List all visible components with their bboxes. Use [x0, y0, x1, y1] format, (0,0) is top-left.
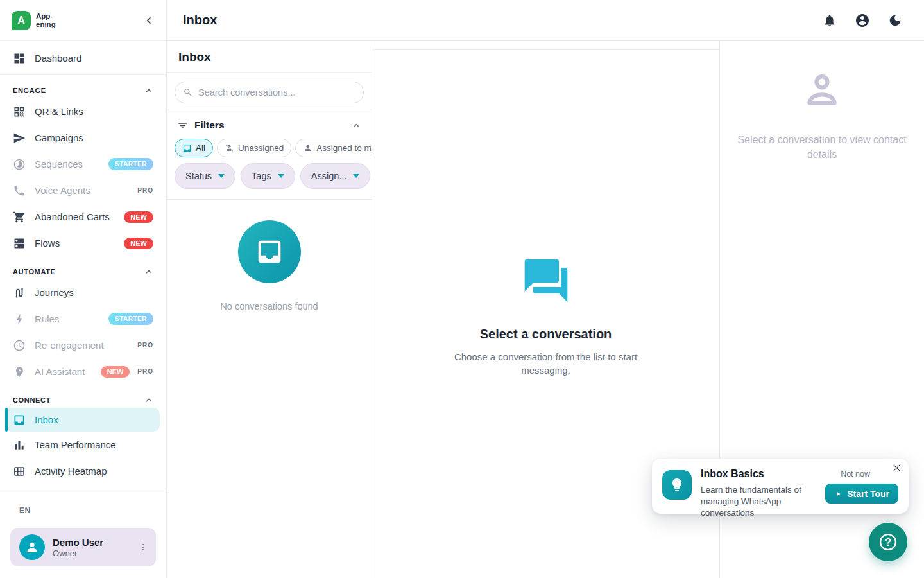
- sidebar-item-journeys[interactable]: Journeys: [0, 279, 166, 306]
- inbox-icon: [182, 143, 192, 153]
- flows-icon: [13, 237, 26, 250]
- sidebar-item-qr-links[interactable]: QR & Links: [0, 98, 166, 125]
- sidebar-item-label: Team Performance: [35, 439, 116, 450]
- topbar: Inbox: [167, 0, 924, 41]
- dashboard-icon: [13, 52, 26, 65]
- sidebar-item-label: Activity Heatmap: [35, 466, 107, 477]
- filter-chip-all[interactable]: All: [175, 139, 213, 157]
- forum-chat-icon: [520, 255, 572, 306]
- sidebar-footer: EN Demo User Owner: [0, 489, 166, 578]
- topbar-actions: [823, 13, 902, 28]
- search-input[interactable]: [198, 87, 355, 98]
- filter-chip-assigned-to-me[interactable]: Assigned to me: [295, 139, 384, 157]
- user-name: Demo User: [53, 537, 103, 548]
- page-title: Inbox: [183, 13, 217, 28]
- cart-icon: [13, 211, 26, 223]
- sidebar: A App- ening Dashboard ENGAGE QR & Links: [0, 0, 167, 578]
- chevron-up-icon: [352, 121, 361, 130]
- chat-empty-title: Select a conversation: [480, 327, 612, 342]
- caret-down-icon: [218, 174, 225, 178]
- filter-dropdowns: Status Tags Assign...: [175, 163, 364, 189]
- svg-text:?: ?: [885, 536, 891, 548]
- user-card[interactable]: Demo User Owner: [10, 528, 156, 566]
- sidebar-item-rules[interactable]: Rules STARTER: [0, 306, 166, 332]
- chat-empty-subtitle: Choose a conversation from the list to s…: [450, 350, 642, 378]
- contact-empty-text: Select a conversation to view contact de…: [726, 132, 918, 162]
- brand-logo: A App- ening: [12, 11, 56, 30]
- status-filter-dropdown[interactable]: Status: [175, 163, 235, 189]
- help-icon: ?: [877, 531, 899, 553]
- starter-badge: STARTER: [108, 313, 153, 325]
- lightbulb-badge: [662, 470, 692, 500]
- sidebar-item-label: Campaigns: [35, 132, 83, 143]
- caret-down-icon: [278, 174, 284, 178]
- inbox-icon: [255, 237, 284, 267]
- person-outline-icon: [801, 69, 843, 112]
- language-selector[interactable]: EN: [19, 506, 166, 515]
- sidebar-item-abandoned-carts[interactable]: Abandoned Carts NEW: [0, 204, 166, 230]
- sidebar-item-dashboard[interactable]: Dashboard: [0, 45, 166, 71]
- tour-popup: Inbox Basics Learn the fundamentals of m…: [652, 459, 909, 514]
- caret-down-icon: [353, 174, 359, 178]
- account-circle-icon: [855, 13, 870, 28]
- tags-filter-dropdown[interactable]: Tags: [241, 163, 295, 189]
- filters-label: Filters: [194, 119, 225, 131]
- filter-chip-unassigned[interactable]: Unassigned: [217, 139, 291, 157]
- phone-icon: [13, 184, 26, 197]
- pro-tag: PRO: [137, 368, 153, 375]
- inbox-icon: [13, 414, 26, 426]
- sidebar-item-voice-agents[interactable]: Voice Agents PRO: [0, 177, 166, 204]
- start-tour-button[interactable]: Start Tour: [825, 484, 898, 504]
- filter-chips: All Unassigned Assigned to me: [175, 139, 364, 157]
- person-icon: [25, 540, 39, 554]
- chevron-up-icon: [144, 267, 153, 276]
- journeys-icon: [13, 286, 26, 299]
- notifications-button[interactable]: [823, 13, 837, 28]
- conversation-list-panel: Inbox Filters All Unassigned Assigned to…: [167, 41, 372, 578]
- new-badge: NEW: [124, 238, 153, 249]
- account-button[interactable]: [855, 13, 870, 28]
- sidebar-item-label: Inbox: [35, 414, 58, 425]
- heatmap-grid-icon: [13, 465, 26, 478]
- person-off-icon: [225, 143, 234, 153]
- sidebar-item-team-performance[interactable]: Team Performance: [0, 432, 166, 458]
- sidebar-item-label: Re-engagement: [35, 340, 104, 351]
- help-button[interactable]: ?: [869, 523, 907, 561]
- section-header-engage[interactable]: ENGAGE: [13, 86, 153, 95]
- person-icon: [303, 143, 312, 153]
- moon-icon: [888, 13, 902, 28]
- inbox-empty-circle: [238, 220, 301, 283]
- dark-mode-toggle[interactable]: [888, 13, 902, 28]
- sidebar-item-ai-assistant[interactable]: AI Assistant NEW PRO: [0, 358, 166, 385]
- sidebar-item-re-engagement[interactable]: Re-engagement PRO: [0, 332, 166, 358]
- chat-panel-header: [372, 41, 719, 50]
- avatar: [19, 534, 45, 560]
- sidebar-item-label: Dashboard: [35, 53, 81, 64]
- sequences-icon: [13, 158, 26, 171]
- tour-close-button[interactable]: [892, 463, 902, 473]
- sidebar-item-activity-heatmap[interactable]: Activity Heatmap: [0, 458, 166, 484]
- sidebar-item-inbox[interactable]: Inbox: [5, 408, 160, 432]
- filter-icon: [177, 120, 188, 131]
- pro-tag: PRO: [137, 342, 153, 349]
- sidebar-item-sequences[interactable]: Sequences STARTER: [0, 151, 166, 177]
- tour-body: Learn the fundamentals of managing Whats…: [701, 484, 814, 519]
- sidebar-item-campaigns[interactable]: Campaigns: [0, 125, 166, 151]
- search-box: [175, 82, 364, 103]
- tour-dismiss-button[interactable]: Not now: [841, 469, 870, 478]
- kebab-menu-icon: [138, 542, 148, 552]
- sidebar-item-label: AI Assistant: [35, 366, 85, 377]
- filters-header[interactable]: Filters: [175, 118, 364, 131]
- sidebar-item-label: QR & Links: [35, 106, 83, 117]
- section-header-automate[interactable]: AUTOMATE: [13, 267, 153, 276]
- sidebar-collapse-button[interactable]: [143, 15, 155, 26]
- conversation-list-title: Inbox: [167, 41, 372, 73]
- user-menu-button[interactable]: [138, 542, 148, 552]
- bell-icon: [823, 13, 837, 28]
- starter-badge: STARTER: [108, 158, 153, 170]
- assignee-filter-dropdown[interactable]: Assign...: [300, 163, 371, 189]
- section-header-connect[interactable]: CONNECT: [13, 396, 153, 405]
- new-badge: NEW: [101, 366, 130, 378]
- filters-section: Filters All Unassigned Assigned to me St…: [167, 110, 372, 200]
- sidebar-item-flows[interactable]: Flows NEW: [0, 230, 166, 256]
